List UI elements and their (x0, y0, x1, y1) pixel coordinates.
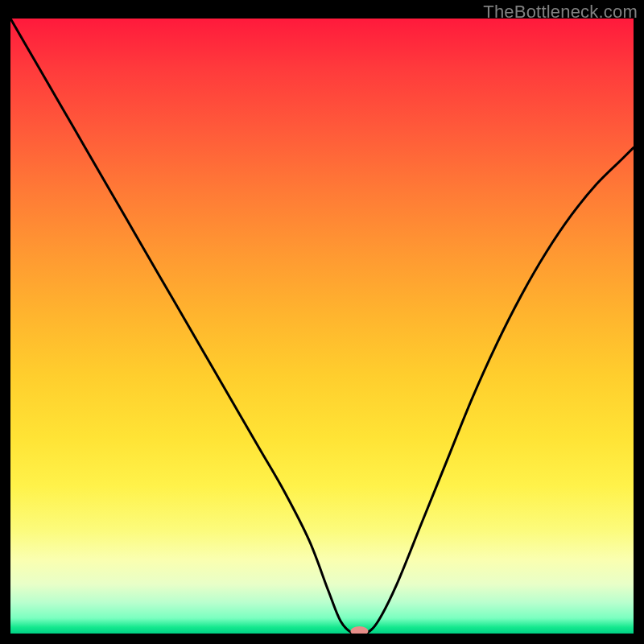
chart-svg (10, 19, 634, 634)
minimum-marker (350, 626, 368, 634)
watermark-text: TheBottleneck.com (483, 2, 638, 23)
bottleneck-curve-line (10, 19, 634, 634)
chart-area (10, 19, 634, 634)
